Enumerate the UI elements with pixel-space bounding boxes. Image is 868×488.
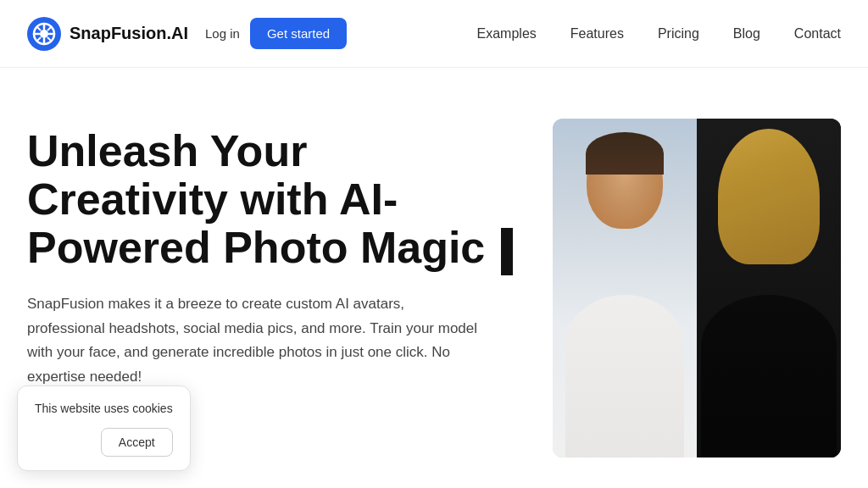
cookie-accept-button[interactable]: Accept xyxy=(101,428,173,457)
male-person xyxy=(553,119,697,458)
logo[interactable]: SnapFusion.AI xyxy=(27,17,188,51)
hero-image-split xyxy=(553,119,841,458)
svg-point-2 xyxy=(40,30,48,38)
hero-title: Unleash Your Creativity with AI-Powered … xyxy=(27,127,519,275)
hero-description: SnapFusion makes it a breeze to create c… xyxy=(27,292,485,391)
logo-icon xyxy=(27,17,61,51)
cookie-text: This website uses cookies xyxy=(35,400,173,418)
login-link[interactable]: Log in xyxy=(205,26,240,41)
cookie-banner: This website uses cookies Accept xyxy=(17,385,191,471)
nav-left: SnapFusion.AI Log in Get started xyxy=(27,17,347,51)
nav-link-pricing[interactable]: Pricing xyxy=(658,26,699,42)
female-person xyxy=(697,119,841,458)
hero-image-male xyxy=(553,119,697,458)
nav-auth: Log in Get started xyxy=(205,18,347,49)
cursor-blink xyxy=(501,228,513,275)
nav-link-examples[interactable]: Examples xyxy=(477,26,537,42)
male-hair xyxy=(586,132,664,175)
hero-image xyxy=(553,119,841,458)
nav-links: Examples Features Pricing Blog Contact xyxy=(477,26,841,42)
navigation: SnapFusion.AI Log in Get started Example… xyxy=(0,0,868,68)
nav-link-blog[interactable]: Blog xyxy=(733,26,760,42)
nav-link-contact[interactable]: Contact xyxy=(794,26,841,42)
female-hair xyxy=(718,129,820,264)
hero-image-female xyxy=(697,119,841,458)
nav-link-features[interactable]: Features xyxy=(570,26,624,42)
brand-name: SnapFusion.AI xyxy=(70,24,188,43)
nav-get-started-button[interactable]: Get started xyxy=(250,18,347,49)
